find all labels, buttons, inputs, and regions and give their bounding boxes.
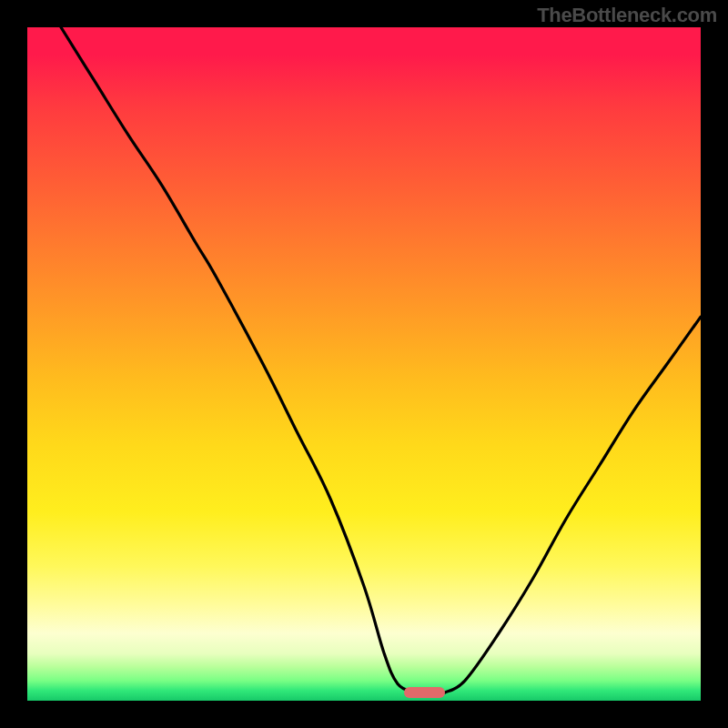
- plot-area: [27, 27, 701, 701]
- bottleneck-curve: [27, 27, 701, 701]
- optimal-marker: [404, 687, 444, 698]
- chart-canvas: TheBottleneck.com: [0, 0, 728, 728]
- curve-right-branch: [445, 317, 701, 693]
- curve-left-branch: [61, 27, 415, 693]
- watermark-text: TheBottleneck.com: [537, 4, 717, 27]
